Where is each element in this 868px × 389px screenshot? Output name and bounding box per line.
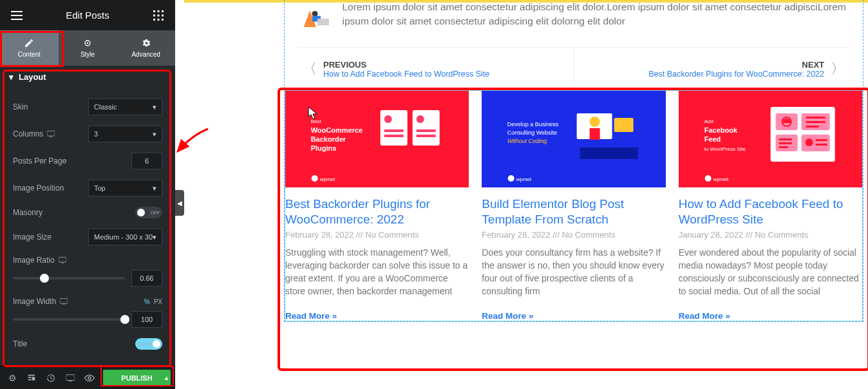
svg-point-41 bbox=[312, 175, 318, 182]
desktop-icon bbox=[60, 298, 68, 305]
svg-rect-37 bbox=[384, 135, 404, 137]
svg-text:to WordPress Site: to WordPress Site bbox=[704, 146, 746, 152]
author-illustration bbox=[297, 0, 330, 35]
intro-text: Lorem ipsum dolor sit amet consectetur a… bbox=[342, 0, 850, 35]
columns-select[interactable]: 3 ▾ bbox=[88, 126, 162, 142]
control-title: Title SHOW bbox=[13, 338, 162, 350]
desktop-icon bbox=[47, 131, 55, 137]
svg-rect-13 bbox=[59, 258, 66, 263]
control-skin: Skin Classic ▾ bbox=[13, 99, 162, 115]
post-excerpt: Struggling with stock management? Well, … bbox=[285, 246, 469, 298]
nav-next[interactable]: NEXT Best Backorder Plugins for WooComme… bbox=[574, 48, 851, 90]
image-size-value: Medium - 300 x 30 bbox=[94, 233, 153, 241]
image-width-label: Image Width bbox=[13, 297, 68, 306]
title-toggle[interactable]: SHOW bbox=[135, 338, 162, 350]
svg-rect-22 bbox=[68, 381, 71, 381]
svg-rect-11 bbox=[47, 131, 55, 137]
svg-text:Facebook: Facebook bbox=[704, 126, 737, 134]
columns-value: 3 bbox=[94, 130, 98, 138]
svg-text:Best: Best bbox=[311, 119, 322, 124]
image-width-input[interactable] bbox=[131, 311, 162, 328]
history-icon[interactable] bbox=[42, 370, 59, 386]
svg-rect-33 bbox=[381, 110, 408, 146]
svg-rect-66 bbox=[806, 126, 818, 128]
hamburger-icon[interactable] bbox=[4, 3, 30, 28]
post-card[interactable]: Add Facebook Feed to WordPress Site wpm bbox=[679, 91, 862, 321]
apps-grid-icon[interactable] bbox=[146, 3, 171, 28]
svg-rect-16 bbox=[62, 304, 66, 305]
settings-icon[interactable]: ⚙ bbox=[4, 370, 21, 386]
svg-point-49 bbox=[590, 117, 600, 127]
publish-button[interactable]: PUBLISH ▴ bbox=[103, 370, 171, 386]
svg-point-23 bbox=[88, 377, 91, 379]
post-title[interactable]: Best Backorder Plugins for WooCommerce: … bbox=[285, 196, 469, 227]
image-position-select[interactable]: Top ▾ bbox=[88, 180, 162, 196]
image-ratio-slider[interactable] bbox=[13, 277, 125, 280]
read-more-link[interactable]: Read More » bbox=[285, 311, 469, 321]
preview-icon[interactable] bbox=[81, 370, 98, 386]
svg-rect-21 bbox=[66, 374, 75, 380]
sidebar-collapse[interactable]: ◀ bbox=[175, 190, 184, 216]
post-card[interactable]: Best WooCommerce Backorder Plugins wpmet… bbox=[285, 91, 469, 321]
read-more-link[interactable]: Read More » bbox=[679, 311, 862, 321]
chevron-down-icon: ▾ bbox=[153, 233, 156, 242]
posts-grid: Best WooCommerce Backorder Plugins wpmet… bbox=[285, 91, 862, 321]
control-image-width: Image Width % PX bbox=[13, 297, 162, 306]
prev-label: PREVIOUS bbox=[323, 60, 489, 70]
image-size-select[interactable]: Medium - 300 x 30 ▾ bbox=[88, 229, 162, 245]
tab-style[interactable]: Style bbox=[59, 30, 117, 66]
image-width-slider[interactable] bbox=[13, 318, 125, 321]
svg-rect-5 bbox=[162, 14, 164, 16]
image-width-units[interactable]: % PX bbox=[144, 298, 162, 305]
tab-advanced[interactable]: Advanced bbox=[117, 30, 175, 66]
navigator-icon[interactable] bbox=[23, 370, 40, 386]
read-more-link[interactable]: Read More » bbox=[482, 311, 665, 321]
svg-rect-17 bbox=[28, 374, 35, 375]
responsive-icon[interactable] bbox=[62, 370, 79, 386]
columns-label: Columns bbox=[13, 129, 55, 138]
svg-rect-64 bbox=[806, 117, 825, 119]
svg-point-25 bbox=[312, 11, 318, 17]
chevron-down-icon: ▾ bbox=[153, 103, 156, 111]
section-layout-toggle[interactable]: ▾ Layout bbox=[0, 66, 175, 88]
posts-per-page-input[interactable] bbox=[131, 153, 162, 169]
svg-rect-14 bbox=[61, 263, 64, 263]
post-container[interactable]: Lorem ipsum dolor sit amet consectetur a… bbox=[284, 0, 863, 322]
post-title[interactable]: How to Add Facebook Feed to WordPress Si… bbox=[679, 196, 862, 227]
nav-previous[interactable]: 〈 PREVIOUS How to Add Facebook Feed to W… bbox=[297, 48, 574, 90]
chevron-up-icon[interactable]: ▴ bbox=[165, 374, 168, 381]
chevron-down-icon: ▾ bbox=[153, 184, 156, 193]
layout-controls: Skin Classic ▾ Columns 3 ▾ Posts Per Pag… bbox=[0, 88, 175, 366]
post-card[interactable]: Develop a Business Consulting Website Wi… bbox=[482, 91, 665, 321]
svg-rect-12 bbox=[50, 137, 53, 137]
next-label: NEXT bbox=[648, 60, 824, 70]
svg-point-35 bbox=[384, 115, 392, 123]
svg-rect-2 bbox=[162, 10, 164, 12]
svg-text:Plugins: Plugins bbox=[311, 144, 337, 152]
image-ratio-input[interactable] bbox=[131, 270, 162, 287]
svg-point-10 bbox=[87, 43, 89, 44]
tab-advanced-label: Advanced bbox=[131, 51, 160, 58]
image-ratio-slider-row bbox=[13, 270, 162, 287]
skin-select[interactable]: Classic ▾ bbox=[88, 99, 162, 115]
tab-content-label: Content bbox=[18, 51, 41, 58]
control-image-size: Image Size Medium - 300 x 30 ▾ bbox=[13, 229, 162, 245]
tab-content[interactable]: Content bbox=[0, 30, 59, 66]
post-thumbnail: Best WooCommerce Backorder Plugins wpmet bbox=[285, 91, 469, 187]
post-meta: January 28, 2022 /// No Comments bbox=[679, 230, 862, 240]
sidebar-header: Edit Posts bbox=[0, 0, 175, 30]
svg-point-72 bbox=[805, 138, 813, 146]
post-title[interactable]: Build Elementor Blog Post Template From … bbox=[482, 196, 665, 227]
svg-rect-3 bbox=[153, 14, 155, 16]
svg-rect-7 bbox=[158, 19, 160, 21]
panel-title: Edit Posts bbox=[30, 10, 146, 21]
masonry-toggle[interactable]: OFF bbox=[135, 207, 162, 218]
svg-rect-8 bbox=[162, 19, 164, 21]
masonry-label: Masonry bbox=[13, 208, 42, 217]
next-link: Best Backorder Plugins for WooCommerce: … bbox=[648, 70, 824, 79]
posts-widget[interactable]: Best WooCommerce Backorder Plugins wpmet… bbox=[285, 90, 863, 321]
preview-canvas: Lorem ipsum dolor sit amet consectetur a… bbox=[184, 0, 868, 389]
chevron-left-icon: 〈 bbox=[303, 59, 317, 79]
image-size-label: Image Size bbox=[13, 232, 52, 242]
svg-rect-51 bbox=[580, 147, 638, 159]
